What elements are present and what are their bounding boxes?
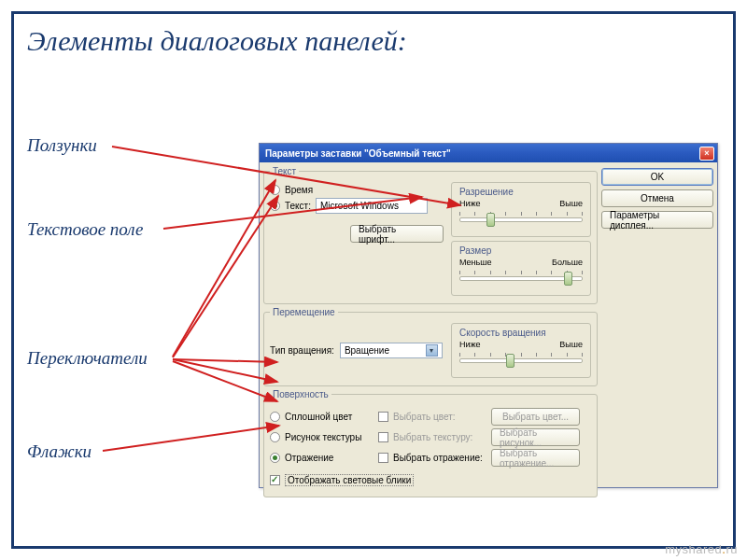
group-movement-legend: Перемещение [270,307,338,317]
group-surface-legend: Поверхность [270,389,331,399]
chevron-down-icon[interactable]: ▾ [426,344,438,357]
size-slider[interactable] [459,269,583,286]
group-surface: Поверхность Сплошной цвет Выбрать цвет: … [263,389,598,497]
dialog-titlebar[interactable]: Параметры заставки "Объемный текст" × [260,144,717,162]
rotation-type-combo[interactable]: Вращение ▾ [340,343,443,358]
radio-solid-color[interactable] [270,412,280,422]
resolution-slider[interactable] [459,210,583,227]
label-radios: Переключатели [27,348,148,369]
radio-reflection[interactable] [270,453,280,463]
checkbox-choose-texture[interactable] [378,432,388,442]
radio-text-label: Текст: [285,201,311,211]
cancel-button[interactable]: Отмена [601,189,713,207]
checkbox-highlights-label: Отображать световые блики [285,474,414,486]
label-textfield: Текстовое поле [27,219,144,240]
choose-texture-button[interactable]: Выбрать рисунок... [491,428,580,446]
group-movement: Перемещение Тип вращения: Вращение ▾ Ско… [263,307,598,386]
slider-size: Размер Меньше Больше [451,241,591,296]
dialog-title: Параметры заставки "Объемный текст" [265,148,451,159]
checkbox-choose-color[interactable] [378,412,388,422]
text-input[interactable]: Microsoft Windows [316,198,428,214]
radio-time-label: Время [285,185,313,195]
radio-text[interactable] [270,201,280,211]
display-params-button[interactable]: Параметры дисплея... [601,211,713,229]
radio-time[interactable] [270,185,280,195]
label-checkboxes: Флажки [27,441,92,462]
checkbox-choose-reflection[interactable] [378,453,388,463]
rotation-type-label: Тип вращения: [270,345,334,356]
slider-resolution: Разрешение Ниже Выше [451,182,591,237]
ok-button[interactable]: OK [601,168,713,186]
settings-dialog: Параметры заставки "Объемный текст" × Те… [259,143,718,488]
slider-speed: Скорость вращения Ниже Выше [451,323,591,378]
checkbox-highlights[interactable] [270,475,280,485]
svg-line-8 [103,426,279,451]
choose-font-button[interactable]: Выбрать шрифт... [350,225,444,243]
close-icon[interactable]: × [699,147,714,161]
watermark: myshared.ru [665,542,738,556]
radio-texture[interactable] [270,432,280,442]
group-text-legend: Текст [270,166,299,176]
choose-color-button[interactable]: Выбрать цвет... [491,408,580,426]
speed-slider[interactable] [459,351,583,368]
group-text: Текст Время Текст: Microsoft W [263,166,598,304]
slide-title: Элементы диалоговых панелей: [14,14,733,57]
choose-reflection-button[interactable]: Выбрать отражение... [491,449,580,467]
label-sliders: Ползунки [27,135,97,156]
slide-frame: Элементы диалоговых панелей: Ползунки Те… [11,11,736,549]
